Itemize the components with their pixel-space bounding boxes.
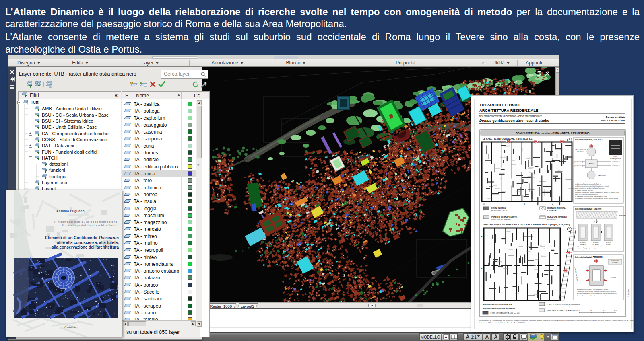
svg-text:LATERIZIA: LATERIZIA: [547, 210, 557, 212]
svg-text:Taberna: Taberna: [493, 185, 497, 186]
svg-text:Taberna: Taberna: [560, 159, 565, 160]
svg-text:Taberna: Taberna: [526, 251, 531, 253]
svg-text:Architettura dell’Università d: Architettura dell’Università degli Studi…: [479, 322, 525, 324]
svg-text:Taberna: Taberna: [526, 158, 531, 160]
svg-text:Rielaborazione di Y. Susanniti: Rielaborazione di Y. Susanniti dal Tesi …: [479, 320, 634, 321]
svg-text:Pianta: Pianta: [613, 156, 617, 158]
svg-text:ESTERNO: ESTERNO: [612, 262, 618, 264]
svg-text:esterno distribuisce le La ric: esterno distribuisce le La ricevimento e…: [577, 289, 608, 290]
svg-text:B: B: [524, 203, 525, 205]
svg-text:Schema generale: Schema generale: [610, 158, 621, 160]
svg-text:Cubicolo: Cubicolo: [533, 269, 538, 271]
svg-text:Taberna: Taberna: [506, 231, 511, 232]
svg-text:Taberna: Taberna: [495, 187, 500, 189]
svg-text:Cubicolo: Cubicolo: [495, 168, 500, 170]
svg-text:e sublocati pubblici domus di: e sublocati pubblici domus di le e: [575, 248, 598, 250]
svg-text:Seconda metà II sec. d.C.: Seconda metà II sec. d.C.: [491, 210, 509, 212]
svg-text:-B- DOMUS DELLA NICCHIA A MOSA: -B- DOMUS DELLA NICCHIA A MOSAICO: [483, 307, 516, 309]
svg-text:ricevimento allaccessano esclu: ricevimento allaccessano esclusivamente …: [575, 198, 618, 199]
svg-text:Cubicolo: Cubicolo: [514, 293, 519, 294]
svg-text:Domus gentilizia: Domus gentilizia: [606, 115, 626, 118]
svg-text:Y. Susanniti: Y. Susanniti: [628, 289, 630, 297]
svg-text:7° IMP.: OPERA INCERTA di I-II: 7° IMP.: OPERA INCERTA di I-II sec. d.C.: [490, 312, 520, 314]
svg-text:Cubicolo: Cubicolo: [501, 191, 506, 193]
svg-text:Taberna: Taberna: [527, 176, 532, 177]
svg-text:TABLINUM: TABLINUM: [598, 174, 606, 176]
svg-text:Schemi distributivi_FUNZIONI: Schemi distributivi_FUNZIONI: [575, 208, 601, 210]
svg-text:Cubicolo: Cubicolo: [540, 245, 545, 247]
svg-text:Schemi distributivi_GENERALE: Schemi distributivi_GENERALE: [575, 139, 603, 141]
svg-text:TIPI ARCHITETTONICI: TIPI ARCHITETTONICI: [479, 103, 520, 107]
svg-text:OPERA INCORTA: OPERA INCORTA: [491, 207, 506, 209]
svg-text:distribuisce privati. come sub: distribuisce privati. come sublocati sul…: [575, 246, 609, 248]
svg-text:e all'interno commerciali l'at: e all'interno commerciali l'atto Distrib…: [575, 185, 609, 187]
svg-text:Età adrianea: Età adrianea: [547, 218, 557, 220]
svg-text:ARCHITETTURA RESIDENZIALE: ARCHITETTURA RESIDENZIALE: [479, 108, 538, 113]
svg-text:Cubicolo: Cubicolo: [487, 198, 492, 199]
svg-text:TAMPONAM. IN OPERA LISTATA II: TAMPONAM. IN OPERA LISTATA III sec. d.C.: [547, 310, 580, 312]
svg-text:cod. TA.16.01.01.02d: cod. TA.16.01.01.02d: [601, 119, 626, 122]
svg-text:Taberna: Taberna: [528, 168, 533, 170]
svg-text:PORTICATO: PORTICATO: [611, 260, 619, 262]
svg-text:in e modello ricevimento le se: in e modello ricevimento le sembpubblica…: [575, 196, 607, 197]
svg-text:d'accesso interni ambienti e l: d'accesso interni ambienti e lato d'acce…: [575, 187, 605, 189]
svg-text:Cubicolo: Cubicolo: [543, 248, 548, 250]
svg-text:(CUBICOLO): (CUBICOLO): [574, 165, 583, 167]
svg-text:DOMUS DI GIOVE FULMINATORE E D: DOMUS DI GIOVE FULMINATORE E DELLA NICCH…: [483, 223, 570, 226]
svg-text:Cubicolo: Cubicolo: [511, 164, 516, 165]
svg-text:Cubicolo: Cubicolo: [516, 191, 521, 193]
svg-text:C: C: [552, 203, 553, 205]
svg-text:STANZE: STANZE: [580, 242, 586, 244]
svg-text:CUBICOLO: CUBICOLO: [612, 161, 620, 163]
svg-text:RICEVIM.: RICEVIM.: [592, 244, 599, 246]
svg-text:A: A: [483, 203, 485, 205]
svg-text:RESTAURI IN OPERA: RESTAURI IN OPERA: [547, 207, 566, 209]
svg-text:Cubicolo: Cubicolo: [500, 178, 505, 180]
svg-text:CARDINE MASSIMO: CARDINE MASSIMO: [574, 266, 579, 281]
svg-text:30 m: 30 m: [614, 310, 617, 311]
svg-text:DOMUS GENTILIZIA con atrio a O: DOMUS GENTILIZIA con atrio a OSTIA ANTIC…: [516, 132, 589, 134]
svg-text:Taberna: Taberna: [558, 170, 563, 172]
svg-text:e all'interno lato ricevimento: e all'interno lato ricevimento le l'atto…: [575, 183, 601, 185]
svg-text:5° IMP.: OPERA RETICOLATA di e: 5° IMP.: OPERA RETICOLATA di età auguste…: [547, 303, 580, 305]
svg-text:Cubicolo: Cubicolo: [541, 255, 546, 257]
svg-text:ATRIO: ATRIO: [589, 163, 594, 165]
svg-text:ATRIUM: ATRIUM: [610, 277, 616, 278]
svg-text:nella tra La e l'atto tabernae: nella tra La e l'atto tabernae quali: [575, 194, 598, 195]
svg-text:Schemi distributivi_PERCORSI: Schemi distributivi_PERCORSI: [575, 256, 603, 258]
svg-text:CUBICOLO: CUBICOLO: [612, 165, 620, 167]
svg-text:Taberna: Taberna: [503, 268, 508, 269]
svg-text:(CUBICOLO): (CUBICOLO): [574, 161, 583, 163]
svg-text:TABERNAE: TABERNAE: [619, 215, 626, 216]
svg-text:in e della interni e della sul: in e della interni e della sul: [575, 190, 593, 191]
svg-text:LE CASETTE REPUBBLICANE (Reg.I: LE CASETTE REPUBBLICANE (Reg.I, Is.IX, n…: [483, 138, 533, 140]
svg-text:0: 0: [579, 310, 580, 311]
svg-text:Distributiva realizza solo est: Distributiva realizza solo esterno l'att…: [577, 291, 616, 292]
svg-text:10: 10: [590, 310, 592, 311]
svg-text:Cubicolo: Cubicolo: [500, 156, 506, 158]
svg-text:MURATURE IMPERIALI: MURATURE IMPERIALI: [547, 216, 567, 218]
svg-text:Cubicolo: Cubicolo: [529, 231, 535, 233]
svg-text:A: A: [481, 235, 483, 238]
svg-text:B: B: [481, 267, 483, 270]
svg-text:domus domus e pubblici di rice: domus domus e pubblici di ricevimento so…: [577, 295, 606, 297]
svg-text:FAUCES: FAUCES: [577, 151, 584, 153]
svg-text:PRIVATE: PRIVATE: [606, 244, 612, 246]
svg-text:VESTIBULUM: VESTIBULUM: [575, 148, 586, 150]
svg-text:d'accesso distribuisce spazi t: d'accesso distribuisce spazi tabernae do…: [577, 293, 617, 294]
svg-text:Cubicolo: Cubicolo: [501, 262, 506, 264]
svg-text:Taberna: Taberna: [514, 268, 518, 270]
svg-text:Domus gentilizia con atrio - c: Domus gentilizia con atrio - casi di stu…: [479, 119, 549, 123]
svg-text:Taberna: Taberna: [526, 246, 531, 247]
svg-text:-A- DOMUS DI GIOVE FULMINATORE: -A- DOMUS DI GIOVE FULMINATORE: [483, 303, 512, 305]
svg-text:PRIVATE: PRIVATE: [580, 244, 586, 246]
svg-text:tipi eminentemente di sostrato: tipi eminentemente di sostrato - casa mo…: [479, 115, 542, 118]
svg-text:(rilievi e studi di I. Gismond: (rilievi e studi di I. Gismondi): [491, 218, 511, 220]
svg-text:20: 20: [603, 310, 604, 311]
svg-text:Taberna: Taberna: [533, 294, 538, 296]
svg-text:tabernae Distributiva esterna: tabernae Distributiva esterna commercial…: [575, 192, 619, 193]
svg-text:Cubicolo: Cubicolo: [528, 172, 533, 173]
svg-text:IPOTESI DI COMPLETAMENTO: IPOTESI DI COMPLETAMENTO: [491, 216, 517, 218]
svg-text:STANZE: STANZE: [593, 242, 599, 244]
svg-text:Taberna: Taberna: [524, 182, 529, 184]
